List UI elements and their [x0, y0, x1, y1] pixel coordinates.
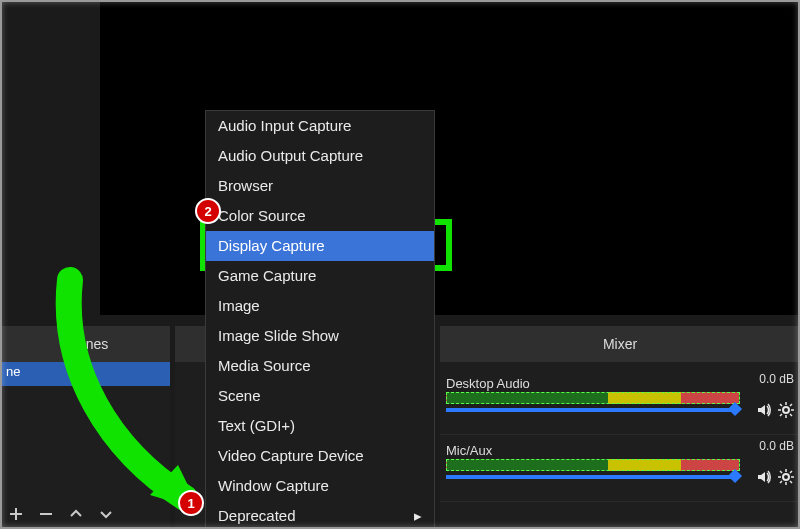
menu-item-deprecated[interactable]: Deprecated ▸	[206, 501, 434, 529]
menu-item-label: Deprecated	[218, 505, 296, 527]
svg-point-2	[783, 474, 789, 480]
mixer-source-name: Desktop Audio	[446, 376, 530, 391]
menu-item-window-capture[interactable]: Window Capture	[206, 471, 434, 501]
menu-item-color-source[interactable]: Color Source	[206, 201, 434, 231]
menu-item-browser[interactable]: Browser	[206, 171, 434, 201]
gear-icon[interactable]	[778, 469, 794, 485]
scene-up-icon[interactable]	[68, 506, 84, 522]
speaker-icon[interactable]	[756, 402, 772, 418]
menu-item-audio-output-capture[interactable]: Audio Output Capture	[206, 141, 434, 171]
mixer-meter	[446, 392, 740, 404]
menu-item-video-capture-device[interactable]: Video Capture Device	[206, 441, 434, 471]
menu-item-scene[interactable]: Scene	[206, 381, 434, 411]
mixer-panel: Desktop Audio 0.0 dB Mic/Aux 0.0 dB	[440, 362, 800, 529]
svg-point-1	[783, 407, 789, 413]
scene-remove-icon[interactable]	[38, 506, 54, 522]
scenes-toolbar	[0, 499, 178, 529]
add-source-context-menu: Audio Input Capture Audio Output Capture…	[205, 110, 435, 529]
scene-item[interactable]: ne	[0, 362, 170, 386]
menu-item-media-source[interactable]: Media Source	[206, 351, 434, 381]
mixer-panel-header: Mixer	[440, 326, 800, 362]
scene-down-icon[interactable]	[98, 506, 114, 522]
scene-add-icon[interactable]	[8, 506, 24, 522]
menu-item-display-capture[interactable]: Display Capture	[206, 231, 434, 261]
mixer-source-name: Mic/Aux	[446, 443, 492, 458]
mixer-volume-slider[interactable]	[446, 475, 740, 479]
scenes-panel-header: Scenes	[0, 326, 170, 362]
mixer-row: Mic/Aux 0.0 dB	[440, 435, 800, 502]
mixer-row: Desktop Audio 0.0 dB	[440, 368, 800, 435]
mixer-meter	[446, 459, 740, 471]
menu-item-audio-input-capture[interactable]: Audio Input Capture	[206, 111, 434, 141]
app-root: { "panels": { "scenes": { "title": "Scen…	[0, 0, 800, 529]
mixer-db-value: 0.0 dB	[759, 439, 794, 453]
menu-item-image-slide-show[interactable]: Image Slide Show	[206, 321, 434, 351]
submenu-arrow-icon: ▸	[414, 505, 422, 527]
scenes-list: ne	[0, 362, 170, 529]
menu-item-text-gdi[interactable]: Text (GDI+)	[206, 411, 434, 441]
gear-icon[interactable]	[778, 402, 794, 418]
mixer-volume-slider[interactable]	[446, 408, 740, 412]
mixer-db-value: 0.0 dB	[759, 372, 794, 386]
menu-item-image[interactable]: Image	[206, 291, 434, 321]
speaker-icon[interactable]	[756, 469, 772, 485]
menu-item-game-capture[interactable]: Game Capture	[206, 261, 434, 291]
